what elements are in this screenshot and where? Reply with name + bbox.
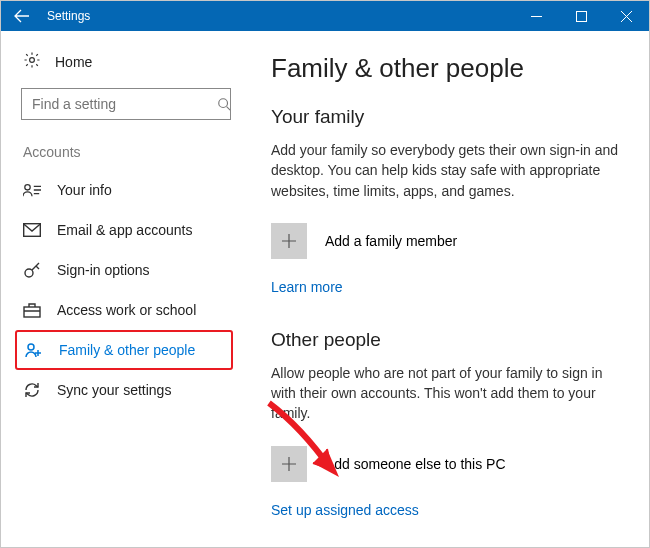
add-someone-else-label: Add someone else to this PC [325, 456, 506, 472]
key-icon [23, 261, 41, 279]
content-pane: Family & other people Your family Add yo… [251, 31, 649, 547]
minimize-button[interactable] [514, 1, 559, 31]
sidebar-item-label: Access work or school [57, 302, 196, 318]
sidebar-section-label: Accounts [1, 138, 251, 170]
sidebar-item-label: Sign-in options [57, 262, 150, 278]
assigned-access-link[interactable]: Set up assigned access [271, 502, 621, 518]
settings-window: Settings Home [0, 0, 650, 548]
your-family-description: Add your family so everybody gets their … [271, 140, 621, 201]
close-button[interactable] [604, 1, 649, 31]
svg-point-3 [25, 185, 30, 190]
learn-more-link[interactable]: Learn more [271, 279, 621, 295]
search-input-wrapper[interactable] [21, 88, 231, 120]
briefcase-icon [23, 301, 41, 319]
maximize-button[interactable] [559, 1, 604, 31]
sync-icon [23, 381, 41, 399]
sidebar: Home Accounts Your info [1, 31, 251, 547]
sidebar-item-your-info[interactable]: Your info [1, 170, 251, 210]
window-title: Settings [43, 9, 90, 23]
plus-icon [271, 223, 307, 259]
sidebar-item-family[interactable]: Family & other people [17, 332, 231, 368]
sidebar-item-email[interactable]: Email & app accounts [1, 210, 251, 250]
svg-point-2 [219, 99, 228, 108]
sidebar-item-label: Sync your settings [57, 382, 171, 398]
sidebar-item-signin[interactable]: Sign-in options [1, 250, 251, 290]
other-people-description: Allow people who are not part of your fa… [271, 363, 621, 424]
titlebar: Settings [1, 1, 649, 31]
svg-point-1 [30, 58, 35, 63]
svg-rect-6 [24, 307, 40, 317]
add-family-member-button[interactable]: Add a family member [271, 223, 621, 259]
annotation-highlight: Family & other people [15, 330, 233, 370]
add-someone-else-button[interactable]: Add someone else to this PC [271, 446, 621, 482]
svg-point-5 [25, 269, 33, 277]
sidebar-item-sync[interactable]: Sync your settings [1, 370, 251, 410]
people-icon [25, 341, 43, 359]
gear-icon [23, 51, 41, 72]
svg-rect-0 [577, 11, 587, 21]
page-title: Family & other people [271, 53, 621, 84]
sidebar-item-label: Your info [57, 182, 112, 198]
sidebar-item-work-school[interactable]: Access work or school [1, 290, 251, 330]
search-input[interactable] [22, 89, 217, 119]
plus-icon [271, 446, 307, 482]
add-family-member-label: Add a family member [325, 233, 457, 249]
sidebar-item-label: Email & app accounts [57, 222, 192, 238]
your-family-heading: Your family [271, 106, 621, 128]
back-button[interactable] [1, 1, 43, 31]
mail-icon [23, 221, 41, 239]
other-people-heading: Other people [271, 329, 621, 351]
search-icon [217, 97, 231, 111]
home-label: Home [55, 54, 92, 70]
person-badge-icon [23, 181, 41, 199]
sidebar-item-label: Family & other people [59, 342, 195, 358]
home-button[interactable]: Home [1, 45, 251, 78]
svg-point-7 [28, 344, 34, 350]
